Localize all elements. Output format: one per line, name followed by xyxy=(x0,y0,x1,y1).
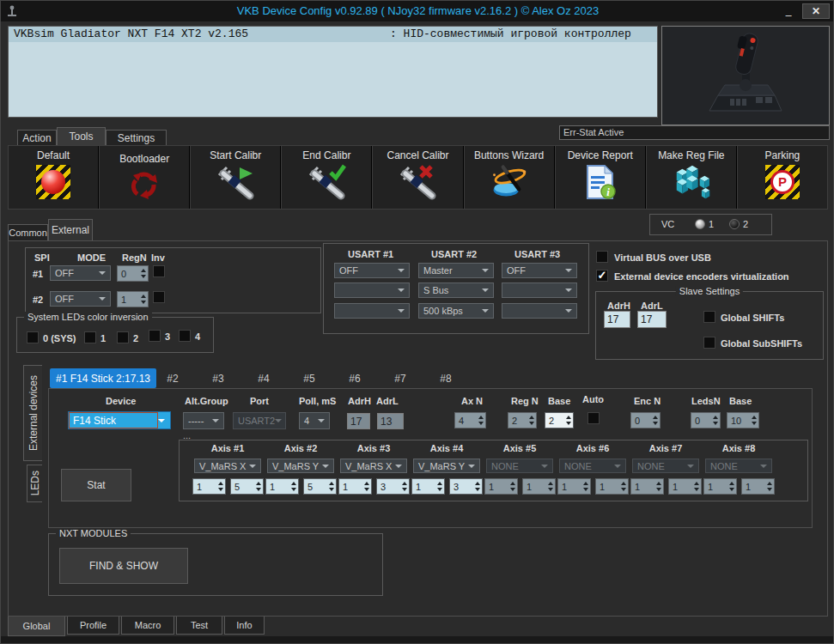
slave-adrh-field[interactable]: 17 xyxy=(604,311,630,328)
make-reg-file-button[interactable]: Make Reg File xyxy=(647,146,738,209)
tab-tools[interactable]: Tools xyxy=(57,127,106,145)
regn-stepper[interactable]: 2 xyxy=(508,412,537,428)
device-select[interactable]: F14 Stick xyxy=(68,411,171,429)
base2-stepper[interactable]: 10 xyxy=(727,412,759,428)
usart2-mode-select[interactable]: Master xyxy=(418,263,494,278)
stepper-arrows-icon[interactable] xyxy=(764,479,774,494)
leds-inv-1-checkbox[interactable] xyxy=(84,331,96,343)
stepper-arrows-icon[interactable] xyxy=(138,266,148,281)
usart1-mode-select[interactable]: OFF xyxy=(334,263,410,278)
stepper-arrows-icon[interactable] xyxy=(362,479,371,494)
usart2-baud-select[interactable]: 500 kBps xyxy=(418,303,494,319)
auto-checkbox[interactable] xyxy=(587,412,600,424)
usart1-option2-select[interactable] xyxy=(334,283,410,298)
base-stepper[interactable]: 2 xyxy=(545,412,574,428)
axis-5-param2-stepper[interactable]: 1 xyxy=(522,478,556,495)
port-select[interactable]: USART2 xyxy=(233,412,286,429)
slave-adrl-field[interactable]: 17 xyxy=(637,311,667,328)
bottom-tab-global[interactable]: Global xyxy=(8,617,65,636)
axis-4-param1-stepper[interactable]: 1 xyxy=(411,478,445,495)
device-adrh-field[interactable]: 17 xyxy=(347,413,370,429)
axis-5-param1-stepper[interactable]: 1 xyxy=(484,478,518,495)
spi1-mode-select[interactable]: OFF xyxy=(50,265,111,281)
virtual-bus-checkbox[interactable] xyxy=(596,251,608,263)
tab-external[interactable]: External xyxy=(48,219,93,240)
bottom-tab-macro[interactable]: Macro xyxy=(121,617,174,635)
cancel-calibr-button[interactable]: Cancel Calibr xyxy=(373,146,464,209)
device-adrl-field[interactable]: 13 xyxy=(377,413,404,429)
axis-1-param1-stepper[interactable]: 1 xyxy=(192,478,226,495)
ledsn-stepper[interactable]: 0 xyxy=(691,412,721,428)
axis-1-source-select[interactable]: V_MaRS X xyxy=(194,459,261,473)
side-tab-leds[interactable]: LEDs xyxy=(27,465,42,502)
spi2-mode-select[interactable]: OFF xyxy=(50,291,111,307)
usart3-option2-select[interactable] xyxy=(502,283,577,298)
buttons-wizard-button[interactable]: Buttons Wizard xyxy=(465,146,556,209)
bootloader-button[interactable]: Bootloader xyxy=(100,146,191,209)
axis-6-param2-stepper[interactable]: 1 xyxy=(595,478,629,495)
encn-stepper[interactable]: 0 xyxy=(630,412,661,428)
stepper-arrows-icon[interactable] xyxy=(710,413,720,428)
usart1-option3-select[interactable] xyxy=(334,303,410,319)
stepper-arrows-icon[interactable] xyxy=(654,479,663,494)
axis-6-param1-stepper[interactable]: 1 xyxy=(557,478,591,495)
device-list-item[interactable]: VKBsim Gladiator NXT F14 XT2 v2.165 : HI… xyxy=(9,27,657,42)
axis-7-param2-stepper[interactable]: 1 xyxy=(668,478,702,495)
stepper-arrows-icon[interactable] xyxy=(563,413,573,428)
stepper-arrows-icon[interactable] xyxy=(691,479,701,494)
parking-button[interactable]: Parking P xyxy=(738,146,827,209)
stepper-arrows-icon[interactable] xyxy=(727,479,736,494)
end-calibr-button[interactable]: End Calibr xyxy=(282,146,373,209)
leds-inv-2-checkbox[interactable] xyxy=(117,331,129,343)
tab-common[interactable]: Common xyxy=(8,224,48,240)
stepper-arrows-icon[interactable] xyxy=(618,479,628,494)
spi2-inv-checkbox[interactable] xyxy=(153,291,165,303)
axn-stepper[interactable]: 4 xyxy=(454,412,486,428)
bottom-tab-profile[interactable]: Profile xyxy=(67,617,119,635)
stepper-arrows-icon[interactable] xyxy=(289,479,298,494)
spi1-inv-checkbox[interactable] xyxy=(153,265,165,277)
stepper-arrows-icon[interactable] xyxy=(650,413,660,428)
axis-2-source-select[interactable]: V_MaRS Y xyxy=(267,459,334,473)
stepper-arrows-icon[interactable] xyxy=(435,479,444,494)
alt-group-select[interactable]: ----- xyxy=(183,412,224,429)
spi1-regn-stepper[interactable]: 0 xyxy=(117,265,149,282)
device-tab-5[interactable]: #5 xyxy=(296,368,322,388)
device-tab-4[interactable]: #4 xyxy=(251,368,277,388)
axis-5-source-select[interactable]: NONE xyxy=(486,459,553,473)
device-tab-3[interactable]: #3 xyxy=(205,368,231,388)
axis-6-source-select[interactable]: NONE xyxy=(559,459,626,473)
usart2-protocol-select[interactable]: S Bus xyxy=(418,283,494,298)
device-tab-2[interactable]: #2 xyxy=(160,368,186,388)
stepper-arrows-icon[interactable] xyxy=(749,413,758,428)
axis-4-source-select[interactable]: V_MaRS Y xyxy=(413,459,480,473)
default-button[interactable]: Default xyxy=(9,146,100,209)
axis-3-param1-stepper[interactable]: 1 xyxy=(338,478,372,495)
device-tab-8[interactable]: #8 xyxy=(433,368,459,388)
usart3-option3-select[interactable] xyxy=(502,303,577,319)
stepper-arrows-icon[interactable] xyxy=(476,413,485,428)
leds-inv-3-checkbox[interactable] xyxy=(149,330,161,342)
tab-action[interactable]: Action xyxy=(17,130,57,145)
stepper-arrows-icon[interactable] xyxy=(399,479,409,494)
spi2-regn-stepper[interactable]: 1 xyxy=(117,291,149,307)
axis-8-param1-stepper[interactable]: 1 xyxy=(703,478,737,495)
device-tab-7[interactable]: #7 xyxy=(387,368,413,388)
vc-radio-2[interactable] xyxy=(729,219,740,229)
stepper-arrows-icon[interactable] xyxy=(527,413,536,428)
axis-1-param2-stepper[interactable]: 5 xyxy=(230,478,264,495)
vc-radio-1[interactable] xyxy=(695,219,705,229)
axis-3-source-select[interactable]: V_MaRS X xyxy=(340,459,407,473)
stat-button[interactable]: Stat xyxy=(61,469,131,501)
device-report-button[interactable]: Device Report i xyxy=(556,146,647,209)
side-tab-external-devices[interactable]: External devices xyxy=(23,365,42,461)
global-shifts-checkbox[interactable] xyxy=(703,311,715,323)
axis-2-param2-stepper[interactable]: 5 xyxy=(303,478,337,495)
stepper-arrows-icon[interactable] xyxy=(216,479,225,494)
tab-settings[interactable]: Settings xyxy=(106,130,167,145)
axis-7-source-select[interactable]: NONE xyxy=(632,459,699,473)
bottom-tab-test[interactable]: Test xyxy=(176,617,222,635)
stepper-arrows-icon[interactable] xyxy=(138,292,148,307)
usart3-mode-select[interactable]: OFF xyxy=(502,263,577,278)
stepper-arrows-icon[interactable] xyxy=(472,479,482,494)
